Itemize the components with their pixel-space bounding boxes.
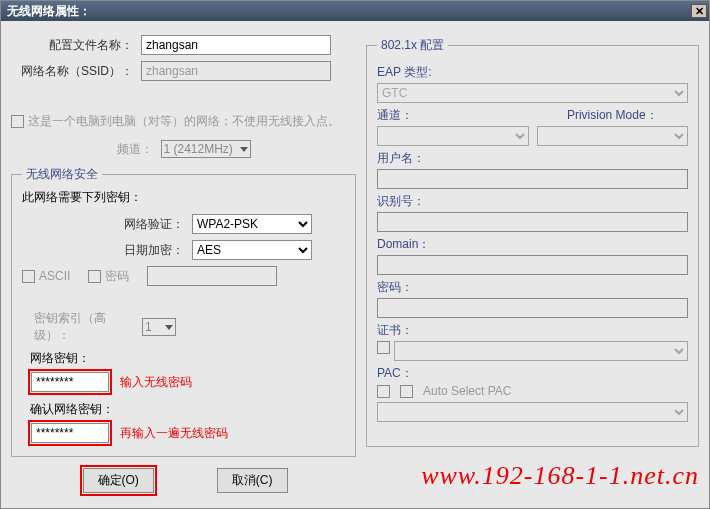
cancel-button[interactable]: 取消(C): [217, 468, 288, 493]
channel-select: 1 (2412MHz): [161, 140, 251, 158]
net-key-highlight: [28, 369, 112, 395]
user-input: [377, 169, 688, 189]
net-key-label: 网络密钥：: [30, 350, 345, 367]
auth-label: 网络验证：: [22, 216, 192, 233]
provision-label: Privision Mode：: [537, 107, 689, 124]
auto-pac-checkbox: [400, 385, 413, 398]
chevron-down-icon: [240, 147, 248, 152]
pac-checkbox: [377, 385, 390, 398]
enc-select[interactable]: AES: [192, 240, 312, 260]
net-key-hint: 输入无线密码: [120, 374, 192, 391]
key-index-select: 1: [142, 318, 176, 336]
cert-select: [394, 341, 688, 361]
ok-button[interactable]: 确定(O): [83, 468, 154, 493]
key-index-label: 密钥索引（高级）：: [22, 310, 142, 344]
dot1x-legend: 802.1x 配置: [377, 37, 448, 54]
eap-label: EAP 类型:: [377, 64, 688, 81]
confirm-key-hint: 再输入一遍无线密码: [120, 425, 228, 442]
tunnel-select: [377, 126, 529, 146]
confirm-key-label: 确认网络密钥：: [30, 401, 345, 418]
config-name-label: 配置文件名称：: [11, 37, 141, 54]
watermark: www.192-168-1-1.net.cn: [421, 461, 699, 491]
titlebar: 无线网络属性： ✕: [1, 1, 709, 21]
user-label: 用户名：: [377, 150, 688, 167]
cert-label: 证书：: [377, 322, 688, 339]
chevron-down-icon: [165, 325, 173, 330]
enc-label: 日期加密：: [22, 242, 192, 259]
dialog-title: 无线网络属性：: [7, 3, 91, 20]
security-fieldset: 无线网络安全 此网络需要下列密钥： 网络验证： WPA2-PSK 日期加密： A…: [11, 166, 356, 457]
security-desc: 此网络需要下列密钥：: [22, 189, 345, 206]
dialog-window: 无线网络属性： ✕ 配置文件名称： 网络名称（SSID）： 这是一个电脑到电脑（…: [0, 0, 710, 509]
checkbox-icon: [22, 270, 35, 283]
config-name-input[interactable]: [141, 35, 331, 55]
cert-checkbox: [377, 341, 390, 354]
auth-select[interactable]: WPA2-PSK: [192, 214, 312, 234]
password-checkbox: 密码: [88, 268, 129, 285]
confirm-key-input[interactable]: [31, 423, 109, 443]
right-panel: 802.1x 配置 EAP 类型: GTC 通道： Privision Mode…: [366, 29, 699, 505]
id-input: [377, 212, 688, 232]
pwd-input: [377, 298, 688, 318]
domain-input: [377, 255, 688, 275]
eap-select: GTC: [377, 83, 688, 103]
tunnel-label: 通道：: [377, 107, 529, 124]
password-text-input: [147, 266, 277, 286]
adhoc-checkbox: 这是一个电脑到电脑（对等）的网络；不使用无线接入点。: [11, 113, 340, 130]
id-label: 识别号：: [377, 193, 688, 210]
confirm-key-highlight: [28, 420, 112, 446]
checkbox-icon: [11, 115, 24, 128]
ascii-checkbox: ASCII: [22, 269, 70, 283]
security-legend: 无线网络安全: [22, 166, 102, 183]
net-key-input[interactable]: [31, 372, 109, 392]
left-panel: 配置文件名称： 网络名称（SSID）： 这是一个电脑到电脑（对等）的网络；不使用…: [11, 29, 356, 505]
adhoc-label: 这是一个电脑到电脑（对等）的网络；不使用无线接入点。: [28, 113, 340, 130]
provision-select: [537, 126, 689, 146]
dot1x-fieldset: 802.1x 配置 EAP 类型: GTC 通道： Privision Mode…: [366, 37, 699, 447]
ssid-input: [141, 61, 331, 81]
auto-pac-label: Auto Select PAC: [423, 384, 512, 398]
ok-button-highlight: 确定(O): [80, 465, 157, 496]
domain-label: Domain：: [377, 236, 688, 253]
checkbox-icon: [88, 270, 101, 283]
ssid-label: 网络名称（SSID）：: [11, 63, 141, 80]
pwd-label: 密码：: [377, 279, 688, 296]
pac-select: [377, 402, 688, 422]
close-icon[interactable]: ✕: [691, 4, 707, 18]
channel-label: 频道：: [117, 141, 161, 158]
pac-label: PAC：: [377, 365, 688, 382]
